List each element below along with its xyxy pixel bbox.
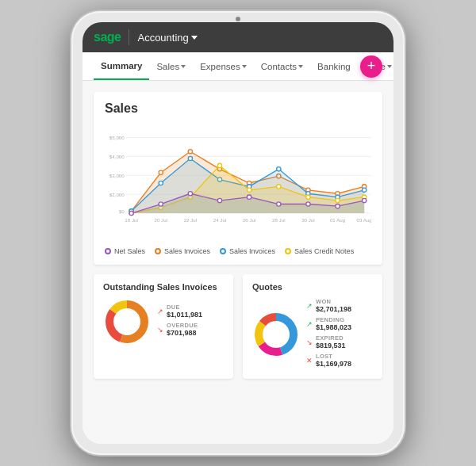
legend-sales-invoices-2: Sales Invoices (220, 247, 275, 255)
svg-point-62 (115, 310, 139, 334)
legend-dot-sales-invoices-2 (220, 248, 226, 254)
expired-icon: ↘ (306, 338, 313, 346)
svg-text:30 Jul: 30 Jul (301, 217, 314, 223)
sales-chart-wrapper: $5,000 $4,000 $3,000 $2,000 $0 18 Jul 20… (105, 124, 371, 243)
svg-point-56 (306, 202, 310, 206)
bottom-cards-row: Outstanding Sales Invoices (94, 274, 382, 379)
svg-point-22 (188, 150, 192, 154)
nav-item-summary[interactable]: Summary (94, 52, 149, 80)
svg-point-47 (336, 198, 340, 202)
quotes-content: ↗ WON $2,701,198 ↗ PENDING $1,9 (252, 298, 373, 371)
svg-point-45 (277, 185, 281, 189)
nav-item-banking[interactable]: Banking (310, 52, 358, 80)
sales-chart-card: Sales $5,000 $4,000 $3,000 $2,000 (94, 92, 382, 265)
app-name-button[interactable]: Accounting (137, 32, 197, 44)
nav-item-expenses[interactable]: Expenses (193, 52, 254, 80)
contacts-chevron-icon (298, 65, 303, 68)
stat-won: ↗ WON $2,701,198 (306, 298, 373, 313)
svg-text:18 Jul: 18 Jul (125, 217, 137, 223)
stat-expired: ↘ EXPIRED $819,531 (306, 334, 373, 350)
legend-sales-invoices-1: Sales Invoices (155, 247, 210, 255)
svg-point-58 (363, 198, 367, 202)
svg-text:22 Jul: 22 Jul (184, 217, 197, 223)
svg-text:24 Jul: 24 Jul (213, 217, 226, 223)
svg-point-46 (306, 195, 310, 199)
app-name-chevron-icon (191, 36, 198, 40)
legend-dot-net-sales (105, 248, 111, 254)
svg-text:28 Jul: 28 Jul (272, 217, 285, 223)
svg-point-51 (159, 202, 163, 206)
svg-text:01 Aug: 01 Aug (330, 217, 346, 223)
stat-lost: ✕ LOST $1,169,978 (306, 353, 373, 368)
svg-text:$0: $0 (119, 208, 125, 214)
svg-text:26 Jul: 26 Jul (243, 217, 255, 223)
expenses-chevron-icon (242, 65, 247, 68)
sales-chart-svg: $5,000 $4,000 $3,000 $2,000 $0 18 Jul 20… (105, 124, 371, 243)
camera (236, 17, 240, 21)
svg-point-21 (159, 170, 163, 174)
nav-item-sales[interactable]: Sales (149, 52, 193, 80)
svg-point-31 (159, 181, 163, 185)
sales-chart-title: Sales (105, 101, 371, 116)
top-navigation-bar: sage Accounting (83, 22, 393, 52)
svg-text:$3,000: $3,000 (109, 173, 125, 178)
svg-point-43 (217, 163, 221, 167)
won-icon: ↗ (306, 302, 313, 310)
quotes-donut (252, 311, 300, 358)
nav-divider (129, 29, 129, 45)
svg-point-54 (247, 195, 251, 199)
stat-pending: ↗ PENDING $1,988,023 (306, 316, 373, 331)
chart-legend: Net Sales Sales Invoices Sales Invoices … (105, 247, 371, 255)
legend-net-sales: Net Sales (105, 247, 145, 255)
svg-point-53 (217, 198, 221, 202)
legend-credit-notes: Sales Credit Notes (285, 247, 354, 255)
outstanding-donut-svg (103, 298, 151, 346)
svg-text:$2,000: $2,000 (109, 192, 125, 197)
main-content: Sales $5,000 $4,000 $3,000 $2,000 (83, 81, 393, 444)
outstanding-invoices-content: ↗ DUE $1,011,981 ↘ OVERDUE $701 (103, 298, 224, 346)
outstanding-invoices-stats: ↗ DUE $1,011,981 ↘ OVERDUE $701 (157, 304, 224, 340)
svg-text:03 Aug: 03 Aug (357, 217, 371, 223)
sage-logo: sage (94, 30, 121, 44)
svg-point-55 (277, 202, 281, 206)
svg-point-44 (247, 188, 251, 192)
quotes-donut-svg (252, 311, 300, 358)
svg-point-52 (188, 192, 192, 196)
quotes-stats: ↗ WON $2,701,198 ↗ PENDING $1,9 (306, 298, 373, 371)
svg-point-38 (363, 188, 367, 192)
due-icon: ↗ (157, 307, 163, 315)
svg-point-35 (277, 167, 281, 171)
more-chevron-icon (387, 65, 392, 68)
svg-point-32 (188, 156, 192, 160)
nav-item-contacts[interactable]: Contacts (254, 52, 310, 80)
pending-icon: ↗ (306, 320, 313, 328)
outstanding-invoices-title: Outstanding Sales Invoices (103, 282, 224, 292)
sales-chevron-icon (181, 65, 186, 68)
svg-text:20 Jul: 20 Jul (154, 217, 167, 223)
quotes-card: Quotes (243, 274, 382, 379)
svg-text:$4,000: $4,000 (109, 154, 125, 159)
secondary-navigation: Summary Sales Expenses Contacts Banking … (83, 52, 393, 81)
svg-point-50 (129, 211, 133, 215)
outstanding-invoices-card: Outstanding Sales Invoices (94, 274, 233, 379)
outstanding-invoices-donut (103, 298, 151, 346)
legend-dot-credit-notes (285, 248, 291, 254)
add-button[interactable]: + (360, 55, 382, 78)
legend-dot-sales-invoices-1 (155, 248, 161, 254)
svg-point-57 (336, 204, 340, 208)
stat-due: ↗ DUE $1,011,981 (157, 304, 224, 319)
svg-point-67 (264, 323, 288, 346)
stat-overdue: ↘ OVERDUE $701,988 (157, 322, 224, 337)
tablet-device: sage Accounting Summary Sales Expenses C… (71, 11, 405, 455)
svg-text:$5,000: $5,000 (109, 135, 125, 140)
quotes-title: Quotes (252, 282, 373, 292)
overdue-icon: ↘ (157, 326, 163, 334)
lost-icon: ✕ (306, 357, 313, 365)
tablet-screen: sage Accounting Summary Sales Expenses C… (83, 22, 393, 444)
